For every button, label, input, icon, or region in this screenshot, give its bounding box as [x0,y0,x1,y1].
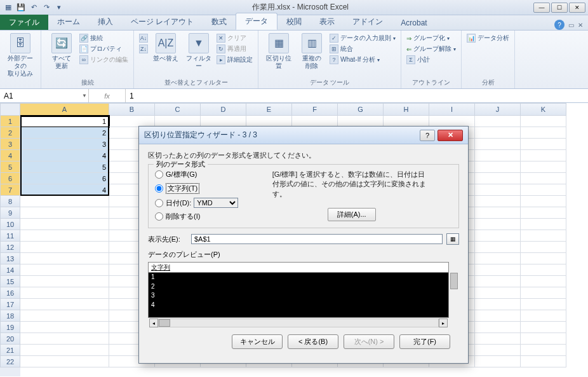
row-header[interactable]: 6 [0,173,20,184]
cell[interactable] [475,322,521,333]
cell[interactable] [475,230,521,242]
radio-general[interactable]: G/標準(G) [155,170,238,179]
cell[interactable] [521,299,566,310]
cell[interactable] [475,356,521,367]
maximize-button[interactable]: ☐ [551,3,568,13]
cell[interactable] [475,196,521,207]
cell[interactable] [20,230,109,242]
select-all-corner[interactable] [0,103,20,116]
advanced-filter-button[interactable]: ▸詳細設定 [217,55,253,65]
row-header[interactable]: 7 [0,184,20,196]
row-header[interactable]: 13 [0,253,20,264]
cell[interactable] [521,139,566,150]
cell[interactable] [20,276,109,287]
cell[interactable] [475,173,521,184]
cell[interactable]: 4 [20,150,109,161]
sort-za-button[interactable]: Z↓ [139,44,148,54]
data-validation-button[interactable]: ✓データの入力規則▾ [330,33,396,43]
qat-customize-icon[interactable]: ▾ [53,2,65,13]
destination-input[interactable] [191,234,443,244]
cell[interactable] [475,333,521,345]
column-header[interactable]: B [109,103,155,116]
radio-skip[interactable]: 削除する(I) [155,212,238,221]
cell[interactable] [521,345,566,356]
cell[interactable] [20,299,109,310]
cell[interactable] [475,116,521,127]
tab-formulas[interactable]: 数式 [203,14,236,30]
cell[interactable] [521,356,566,367]
cell[interactable] [521,219,566,230]
cell[interactable] [521,161,566,173]
column-header[interactable]: C [155,103,201,116]
tab-review[interactable]: 校閲 [277,14,311,30]
row-header[interactable]: 18 [0,310,20,322]
column-header[interactable]: D [201,103,246,116]
dialog-title-bar[interactable]: 区切り位置指定ウィザード - 3 / 3 ? ✕ [139,127,468,144]
tab-addins[interactable]: アドイン [344,14,392,30]
row-header[interactable]: 2 [0,127,20,139]
tab-acrobat[interactable]: Acrobat [392,16,436,30]
cell[interactable]: 2 [20,127,109,139]
tab-data[interactable]: データ [236,13,277,30]
row-header[interactable]: 10 [0,219,20,230]
cell[interactable] [475,139,521,150]
cell[interactable] [521,242,566,253]
cell[interactable] [475,253,521,264]
cell[interactable] [475,310,521,322]
tab-insert[interactable]: 挿入 [89,14,122,30]
row-header[interactable]: 14 [0,264,20,276]
cell[interactable] [521,287,566,299]
scroll-left-icon[interactable]: ◂ [149,319,158,327]
cell[interactable] [475,276,521,287]
dialog-close-button[interactable]: ✕ [438,130,463,141]
column-header[interactable]: H [384,103,429,116]
preview-hscrollbar[interactable]: ◂ ▸ [148,318,449,328]
row-header[interactable]: 15 [0,276,20,287]
cell[interactable]: 4 [20,184,109,196]
radio-text[interactable]: 文字列(T) [155,183,238,194]
cell[interactable] [521,116,566,127]
cell[interactable] [521,150,566,161]
advanced-button[interactable]: 詳細(A)... [328,208,376,221]
cell[interactable] [475,184,521,196]
remove-duplicates-button[interactable]: ▥重複の 削除 [297,33,327,70]
range-selector-button[interactable]: ▦ [446,233,459,245]
cell[interactable] [20,264,109,276]
cell[interactable] [521,333,566,345]
cell[interactable] [521,173,566,184]
column-header[interactable]: G [338,103,384,116]
cell[interactable] [20,287,109,299]
cell[interactable] [475,207,521,219]
date-format-combo[interactable]: YMD [194,198,238,208]
name-box-dropdown-icon[interactable]: ▼ [82,93,87,99]
cell[interactable] [20,253,109,264]
cell[interactable] [521,230,566,242]
row-header[interactable]: 1 [0,116,20,127]
column-header[interactable]: A [20,103,109,116]
cell[interactable] [521,207,566,219]
scroll-thumb[interactable] [159,319,170,327]
row-header[interactable]: 16 [0,287,20,299]
properties-button[interactable]: 📄プロパティ [79,44,128,54]
cell[interactable] [475,299,521,310]
column-header[interactable]: K [521,103,566,116]
cell[interactable]: 3 [20,139,109,150]
name-box[interactable]: ▼ [0,89,89,102]
column-header[interactable]: F [292,103,338,116]
cell[interactable] [521,310,566,322]
text-to-columns-button[interactable]: ▦区切り位置 [264,33,294,70]
cell[interactable] [475,150,521,161]
row-header[interactable]: 22 [0,356,20,367]
ribbon-minimize-icon[interactable]: ▭ [568,22,574,29]
back-button[interactable]: < 戻る(B) [288,334,338,349]
redo-icon[interactable]: ↷ [41,2,52,13]
file-tab[interactable]: ファイル [0,15,48,30]
cell[interactable] [521,196,566,207]
formula-input[interactable] [130,92,584,100]
row-header[interactable]: 4 [0,150,20,161]
row-header[interactable]: 5 [0,161,20,173]
close-button[interactable]: ✕ [569,3,585,13]
row-header[interactable]: 8 [0,196,20,207]
whatif-button[interactable]: ?What-If 分析▾ [330,55,396,65]
row-header[interactable]: 20 [0,333,20,345]
